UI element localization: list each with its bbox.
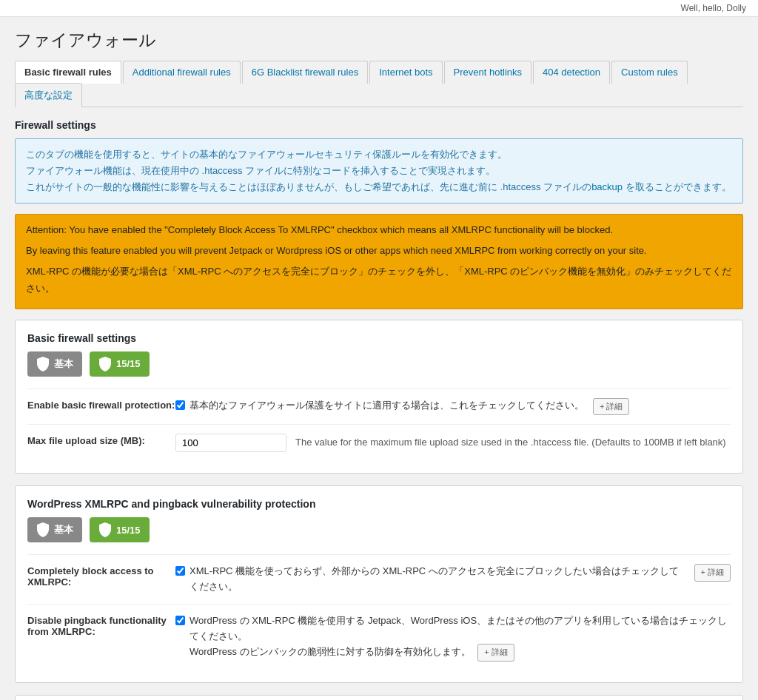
block-xmlrpc-check-label: XML-RPC 機能を使っておらず、外部からの XML-RPC へのアクセスを完… xyxy=(175,564,731,595)
max-upload-description: The value for the maximum file upload si… xyxy=(295,435,726,451)
firewall-settings-heading: Firewall settings xyxy=(15,119,743,131)
info-box: このタブの機能を使用すると、サイトの基本的なファイアウォールセキュリティ保護ルー… xyxy=(15,138,743,203)
shield-icon-xmlrpc-score xyxy=(98,522,112,538)
basic-firewall-heading: Basic firewall settings xyxy=(27,332,731,344)
info-line3-post: を取ることができます。 xyxy=(623,181,731,192)
max-upload-label: Max file upload size (MB): xyxy=(27,434,175,446)
tab-basic[interactable]: Basic firewall rules xyxy=(15,61,121,84)
warning-line2: By leaving this feature enabled you will… xyxy=(26,243,732,259)
enable-firewall-details-btn[interactable]: + 詳細 xyxy=(593,398,629,416)
info-line1: このタブの機能を使用すると、サイトの基本的なファイアウォールセキュリティ保護ルー… xyxy=(26,147,732,163)
pingback-desc1: WordPress の XML-RPC 機能を使用する Jetpack、Word… xyxy=(190,613,731,645)
max-upload-value: The value for the maximum file upload si… xyxy=(175,434,731,452)
tab-custom[interactable]: Custom rules xyxy=(611,61,688,84)
enable-firewall-check-label: 基本的なファイアウォール保護をサイトに適用する場合は、これをチェックしてください… xyxy=(175,398,731,416)
backup-link[interactable]: backup xyxy=(591,181,623,192)
basic-firewall-card: Basic firewall settings 基本 15/15 xyxy=(15,320,743,474)
tab-additional[interactable]: Additional firewall rules xyxy=(123,61,241,84)
pingback-checkbox[interactable] xyxy=(175,616,185,625)
block-xmlrpc-label: Completely block access to XMLRPC: xyxy=(27,564,175,588)
max-upload-input-row: The value for the maximum file upload si… xyxy=(175,434,731,452)
badge-xmlrpc-basic: 基本 xyxy=(27,517,82,542)
tab-bots[interactable]: Internet bots xyxy=(369,61,442,84)
pingback-check-label: WordPress の XML-RPC 機能を使用する Jetpack、Word… xyxy=(175,613,731,662)
badge-basic-label: 基本 xyxy=(54,357,73,371)
badge-xmlrpc-score-label: 15/15 xyxy=(116,525,141,536)
enable-firewall-checkbox[interactable] xyxy=(175,400,185,410)
block-xmlrpc-row: Completely block access to XMLRPC: XML-R… xyxy=(27,554,731,604)
info-line2: ファイアウォール機能は、現在使用中の .htaccess ファイルに特別なコード… xyxy=(26,163,732,179)
pingback-details-btn[interactable]: + 詳細 xyxy=(477,644,514,662)
tab-hotlinks[interactable]: Prevent hotlinks xyxy=(444,61,532,84)
badge-score-label: 15/15 xyxy=(116,358,141,369)
max-upload-row: Max file upload size (MB): The value for… xyxy=(27,424,731,461)
badge-xmlrpc-score: 15/15 xyxy=(90,517,150,542)
enable-firewall-description: 基本的なファイアウォール保護をサイトに適用する場合は、これをチェックしてください… xyxy=(190,398,584,414)
tab-6g[interactable]: 6G Blacklist firewall rules xyxy=(242,61,369,84)
badge-xmlrpc-basic-label: 基本 xyxy=(54,523,73,536)
tab-advanced[interactable]: 高度な設定 xyxy=(15,83,82,107)
badge-score: 15/15 xyxy=(90,351,150,377)
shield-icon-xmlrpc xyxy=(36,522,50,538)
xmlrpc-badges: 基本 15/15 xyxy=(27,517,731,542)
block-xmlrpc-description: XML-RPC 機能を使っておらず、外部からの XML-RPC へのアクセスを完… xyxy=(190,564,685,595)
page-title: ファイアウォール xyxy=(15,29,743,52)
basic-firewall-badges: 基本 15/15 xyxy=(27,351,731,377)
info-line3-pre: これがサイトの一般的な機能性に影響を与えることはほぼありませんが、もしご希望であ… xyxy=(26,181,591,192)
xmlrpc-card: WordPress XMLRPC and pingback vulnerabil… xyxy=(15,485,743,683)
shield-icon-score xyxy=(98,356,112,372)
enable-firewall-label: Enable basic firewall protection: xyxy=(27,398,175,411)
tabs-bar: Basic firewall rules Additional firewall… xyxy=(15,61,743,107)
xmlrpc-heading: WordPress XMLRPC and pingback vulnerabil… xyxy=(27,498,731,510)
warning-box: Attention: You have enabled the "Complet… xyxy=(15,214,743,309)
pingback-label: Disable pingback functionality from XMLR… xyxy=(27,613,175,637)
max-upload-input[interactable] xyxy=(175,434,286,452)
block-xmlrpc-checkbox[interactable] xyxy=(175,566,185,576)
rss-card: Disable WordPress RSS and ATOM feeds Dis… xyxy=(15,695,743,700)
info-line3: これがサイトの一般的な機能性に影響を与えることはほぼありませんが、もしご希望であ… xyxy=(26,179,732,195)
pingback-row: Disable pingback functionality from XMLR… xyxy=(27,604,731,670)
warning-line3: XML-RPC の機能が必要な場合は「XML-RPC へのアクセスを完全にブロッ… xyxy=(26,263,732,296)
greeting-text: Well, hello, Dolly xyxy=(681,3,746,13)
tab-404[interactable]: 404 detection xyxy=(533,61,610,84)
warning-line1: Attention: You have enabled the "Complet… xyxy=(26,222,732,238)
enable-firewall-row: Enable basic firewall protection: 基本的なファ… xyxy=(27,388,731,425)
pingback-desc2: WordPress のピンバックの脆弱性に対する防御を有効化します。 + 詳細 xyxy=(190,644,731,662)
badge-basic: 基本 xyxy=(27,351,82,377)
block-xmlrpc-value: XML-RPC 機能を使っておらず、外部からの XML-RPC へのアクセスを完… xyxy=(175,564,731,595)
pingback-value: WordPress の XML-RPC 機能を使用する Jetpack、Word… xyxy=(175,613,731,662)
enable-firewall-value: 基本的なファイアウォール保護をサイトに適用する場合は、これをチェックしてください… xyxy=(175,398,731,416)
shield-icon-basic xyxy=(36,356,50,372)
block-xmlrpc-details-btn[interactable]: + 詳細 xyxy=(694,564,731,582)
